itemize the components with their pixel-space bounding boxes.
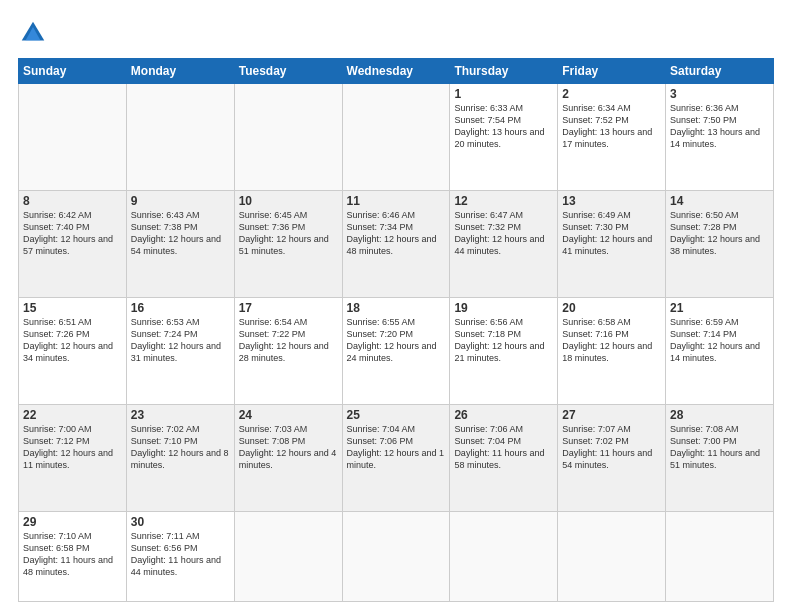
day-info: Sunrise: 6:46 AMSunset: 7:34 PMDaylight:… — [347, 209, 446, 258]
day-info: Sunrise: 6:42 AMSunset: 7:40 PMDaylight:… — [23, 209, 122, 258]
calendar-cell: 13Sunrise: 6:49 AMSunset: 7:30 PMDayligh… — [558, 191, 666, 298]
day-info: Sunrise: 7:08 AMSunset: 7:00 PMDaylight:… — [670, 423, 769, 472]
day-number: 29 — [23, 515, 122, 529]
calendar-cell — [666, 512, 774, 602]
day-number: 12 — [454, 194, 553, 208]
day-number: 16 — [131, 301, 230, 315]
day-number: 21 — [670, 301, 769, 315]
calendar-cell: 22Sunrise: 7:00 AMSunset: 7:12 PMDayligh… — [19, 405, 127, 512]
day-info: Sunrise: 6:33 AMSunset: 7:54 PMDaylight:… — [454, 102, 553, 151]
day-info: Sunrise: 6:50 AMSunset: 7:28 PMDaylight:… — [670, 209, 769, 258]
calendar-week-row: 8Sunrise: 6:42 AMSunset: 7:40 PMDaylight… — [19, 191, 774, 298]
day-info: Sunrise: 6:47 AMSunset: 7:32 PMDaylight:… — [454, 209, 553, 258]
day-number: 17 — [239, 301, 338, 315]
calendar-cell: 29Sunrise: 7:10 AMSunset: 6:58 PMDayligh… — [19, 512, 127, 602]
calendar-cell: 19Sunrise: 6:56 AMSunset: 7:18 PMDayligh… — [450, 298, 558, 405]
calendar-cell — [19, 84, 127, 191]
header — [18, 18, 774, 48]
day-info: Sunrise: 6:43 AMSunset: 7:38 PMDaylight:… — [131, 209, 230, 258]
calendar-cell: 15Sunrise: 6:51 AMSunset: 7:26 PMDayligh… — [19, 298, 127, 405]
calendar-cell — [126, 84, 234, 191]
calendar-header-wednesday: Wednesday — [342, 59, 450, 84]
day-info: Sunrise: 6:56 AMSunset: 7:18 PMDaylight:… — [454, 316, 553, 365]
day-number: 9 — [131, 194, 230, 208]
day-number: 1 — [454, 87, 553, 101]
calendar-cell — [234, 512, 342, 602]
day-info: Sunrise: 6:53 AMSunset: 7:24 PMDaylight:… — [131, 316, 230, 365]
day-number: 13 — [562, 194, 661, 208]
calendar-cell — [450, 512, 558, 602]
day-info: Sunrise: 7:00 AMSunset: 7:12 PMDaylight:… — [23, 423, 122, 472]
calendar-header-sunday: Sunday — [19, 59, 127, 84]
calendar-cell: 9Sunrise: 6:43 AMSunset: 7:38 PMDaylight… — [126, 191, 234, 298]
calendar-header-thursday: Thursday — [450, 59, 558, 84]
day-number: 18 — [347, 301, 446, 315]
day-number: 20 — [562, 301, 661, 315]
day-info: Sunrise: 7:03 AMSunset: 7:08 PMDaylight:… — [239, 423, 338, 472]
calendar-cell: 14Sunrise: 6:50 AMSunset: 7:28 PMDayligh… — [666, 191, 774, 298]
day-number: 23 — [131, 408, 230, 422]
day-info: Sunrise: 6:34 AMSunset: 7:52 PMDaylight:… — [562, 102, 661, 151]
calendar-cell: 20Sunrise: 6:58 AMSunset: 7:16 PMDayligh… — [558, 298, 666, 405]
day-number: 30 — [131, 515, 230, 529]
calendar-cell: 26Sunrise: 7:06 AMSunset: 7:04 PMDayligh… — [450, 405, 558, 512]
day-info: Sunrise: 6:54 AMSunset: 7:22 PMDaylight:… — [239, 316, 338, 365]
day-number: 24 — [239, 408, 338, 422]
calendar-cell — [234, 84, 342, 191]
calendar-cell: 11Sunrise: 6:46 AMSunset: 7:34 PMDayligh… — [342, 191, 450, 298]
day-number: 22 — [23, 408, 122, 422]
calendar-cell: 25Sunrise: 7:04 AMSunset: 7:06 PMDayligh… — [342, 405, 450, 512]
day-number: 28 — [670, 408, 769, 422]
logo-icon — [18, 18, 48, 48]
day-number: 27 — [562, 408, 661, 422]
calendar-week-row: 29Sunrise: 7:10 AMSunset: 6:58 PMDayligh… — [19, 512, 774, 602]
calendar-cell: 10Sunrise: 6:45 AMSunset: 7:36 PMDayligh… — [234, 191, 342, 298]
day-number: 14 — [670, 194, 769, 208]
calendar-week-row: 22Sunrise: 7:00 AMSunset: 7:12 PMDayligh… — [19, 405, 774, 512]
calendar-cell: 17Sunrise: 6:54 AMSunset: 7:22 PMDayligh… — [234, 298, 342, 405]
calendar-cell: 18Sunrise: 6:55 AMSunset: 7:20 PMDayligh… — [342, 298, 450, 405]
day-info: Sunrise: 6:58 AMSunset: 7:16 PMDaylight:… — [562, 316, 661, 365]
calendar-cell: 27Sunrise: 7:07 AMSunset: 7:02 PMDayligh… — [558, 405, 666, 512]
day-info: Sunrise: 7:04 AMSunset: 7:06 PMDaylight:… — [347, 423, 446, 472]
calendar-week-row: 15Sunrise: 6:51 AMSunset: 7:26 PMDayligh… — [19, 298, 774, 405]
day-info: Sunrise: 6:51 AMSunset: 7:26 PMDaylight:… — [23, 316, 122, 365]
day-number: 3 — [670, 87, 769, 101]
calendar-cell: 21Sunrise: 6:59 AMSunset: 7:14 PMDayligh… — [666, 298, 774, 405]
calendar-week-row: 1Sunrise: 6:33 AMSunset: 7:54 PMDaylight… — [19, 84, 774, 191]
day-info: Sunrise: 7:02 AMSunset: 7:10 PMDaylight:… — [131, 423, 230, 472]
calendar-cell: 16Sunrise: 6:53 AMSunset: 7:24 PMDayligh… — [126, 298, 234, 405]
calendar-cell: 23Sunrise: 7:02 AMSunset: 7:10 PMDayligh… — [126, 405, 234, 512]
calendar-table: SundayMondayTuesdayWednesdayThursdayFrid… — [18, 58, 774, 602]
day-number: 19 — [454, 301, 553, 315]
calendar-cell — [342, 512, 450, 602]
day-info: Sunrise: 6:45 AMSunset: 7:36 PMDaylight:… — [239, 209, 338, 258]
day-info: Sunrise: 6:55 AMSunset: 7:20 PMDaylight:… — [347, 316, 446, 365]
day-info: Sunrise: 7:11 AMSunset: 6:56 PMDaylight:… — [131, 530, 230, 579]
calendar-cell: 30Sunrise: 7:11 AMSunset: 6:56 PMDayligh… — [126, 512, 234, 602]
day-number: 2 — [562, 87, 661, 101]
calendar-cell — [558, 512, 666, 602]
day-number: 15 — [23, 301, 122, 315]
day-number: 8 — [23, 194, 122, 208]
day-info: Sunrise: 6:36 AMSunset: 7:50 PMDaylight:… — [670, 102, 769, 151]
calendar-header-tuesday: Tuesday — [234, 59, 342, 84]
day-number: 25 — [347, 408, 446, 422]
calendar-header-friday: Friday — [558, 59, 666, 84]
calendar-cell: 24Sunrise: 7:03 AMSunset: 7:08 PMDayligh… — [234, 405, 342, 512]
day-info: Sunrise: 6:59 AMSunset: 7:14 PMDaylight:… — [670, 316, 769, 365]
day-info: Sunrise: 7:07 AMSunset: 7:02 PMDaylight:… — [562, 423, 661, 472]
calendar-cell: 2Sunrise: 6:34 AMSunset: 7:52 PMDaylight… — [558, 84, 666, 191]
logo — [18, 18, 52, 48]
calendar-cell: 8Sunrise: 6:42 AMSunset: 7:40 PMDaylight… — [19, 191, 127, 298]
calendar-header-row: SundayMondayTuesdayWednesdayThursdayFrid… — [19, 59, 774, 84]
calendar-cell: 12Sunrise: 6:47 AMSunset: 7:32 PMDayligh… — [450, 191, 558, 298]
day-number: 10 — [239, 194, 338, 208]
calendar-header-saturday: Saturday — [666, 59, 774, 84]
day-number: 11 — [347, 194, 446, 208]
day-number: 26 — [454, 408, 553, 422]
day-info: Sunrise: 6:49 AMSunset: 7:30 PMDaylight:… — [562, 209, 661, 258]
page: SundayMondayTuesdayWednesdayThursdayFrid… — [0, 0, 792, 612]
calendar-cell: 3Sunrise: 6:36 AMSunset: 7:50 PMDaylight… — [666, 84, 774, 191]
calendar-cell: 1Sunrise: 6:33 AMSunset: 7:54 PMDaylight… — [450, 84, 558, 191]
